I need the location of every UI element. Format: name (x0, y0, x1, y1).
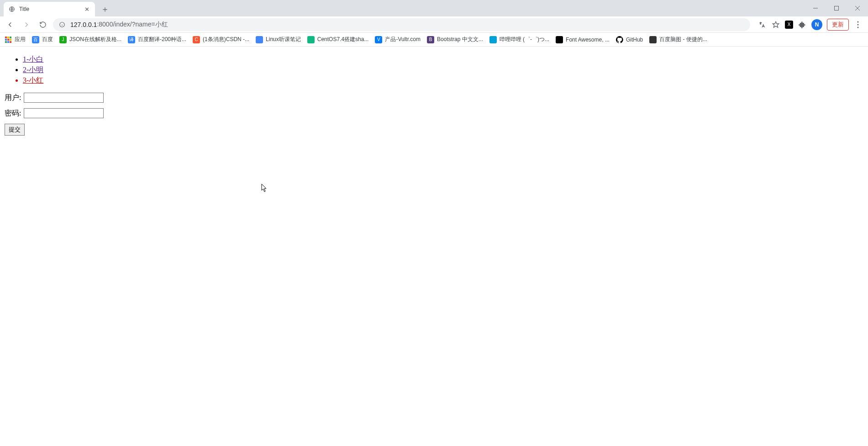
bookmark-label: GitHub (626, 37, 643, 43)
svg-point-9 (857, 21, 859, 22)
forward-button[interactable] (20, 18, 33, 31)
svg-rect-18 (5, 41, 7, 43)
user-label: 用户: (5, 93, 21, 103)
bookmark-label: Linux听课笔记 (266, 36, 301, 43)
svg-rect-17 (10, 39, 11, 41)
list-item: 2-小明 (23, 65, 863, 75)
bookmark-item[interactable]: 百百度 (32, 36, 53, 43)
globe-icon (8, 5, 16, 13)
bookmark-item[interactable]: V产品-Vultr.com (375, 36, 421, 43)
bookmark-label: Bootstrap 中文文... (437, 36, 483, 43)
bookmark-label: 百度脑图 - 便捷的... (659, 36, 707, 43)
profile-avatar[interactable]: N (811, 19, 822, 30)
bookmark-favicon-icon: B (427, 36, 434, 43)
bookmark-favicon-icon: C (193, 36, 200, 43)
reload-button[interactable] (37, 18, 49, 31)
back-button[interactable] (4, 18, 16, 31)
bookmark-item[interactable]: JJSON在线解析及格... (59, 36, 121, 43)
password-input[interactable] (24, 108, 104, 118)
list-item: 1-小白 (23, 55, 863, 64)
bookmark-label: CentOS7.4搭建sha... (317, 36, 369, 43)
bookmark-item[interactable]: BBootstrap 中文文... (427, 36, 483, 43)
bookmark-item[interactable]: 应用 (5, 36, 26, 43)
bookmark-favicon-icon (256, 36, 263, 43)
bookmark-label: 产品-Vultr.com (385, 36, 421, 43)
list-item: 3-小红 (23, 76, 863, 85)
bookmark-favicon-icon (649, 36, 657, 43)
bookmark-label: 应用 (15, 36, 26, 43)
bookmark-favicon-icon (616, 36, 623, 43)
svg-rect-16 (7, 39, 9, 41)
menu-icon[interactable] (853, 20, 863, 29)
bookmark-label: JSON在线解析及格... (69, 36, 121, 43)
page-link[interactable]: 1-小白 (23, 55, 43, 63)
svg-rect-15 (5, 39, 7, 41)
svg-rect-19 (7, 41, 9, 43)
translate-icon[interactable] (758, 20, 767, 29)
close-icon[interactable]: ✕ (83, 5, 90, 13)
minimize-icon[interactable] (805, 0, 826, 16)
toolbar: 127.0.0.1:8000/index/?name=小红 X N 更新 (0, 16, 868, 33)
bookmark-item[interactable]: 译百度翻译-200种语... (128, 36, 186, 43)
svg-point-11 (857, 26, 859, 28)
svg-rect-12 (5, 37, 7, 38)
bookmark-label: 百度翻译-200种语... (138, 36, 186, 43)
url-path: :8000/index/?name=小红 (97, 21, 168, 29)
bookmark-favicon-icon: V (375, 36, 382, 43)
tab-strip: Title ✕ ＋ (0, 0, 868, 16)
page-link[interactable]: 2-小明 (23, 66, 43, 73)
svg-rect-20 (10, 41, 11, 43)
site-info-icon[interactable] (58, 21, 66, 28)
bookmark-label: 百度 (42, 36, 53, 43)
page-link[interactable]: 3-小红 (23, 76, 43, 84)
bookmark-label: 哔哩哔哩 (゜-゜)つ... (500, 36, 549, 43)
link-list: 1-小白2-小明3-小红 (5, 55, 863, 85)
bookmark-favicon-icon: J (59, 36, 67, 43)
svg-rect-13 (7, 37, 9, 38)
bookmarks-bar: 应用百百度JJSON在线解析及格...译百度翻译-200种语...C(1条消息)… (0, 33, 868, 47)
extensions-icon[interactable] (798, 20, 807, 29)
password-label: 密码: (5, 109, 21, 118)
tab-title: Title (19, 6, 29, 12)
bookmark-item[interactable]: 哔哩哔哩 (゜-゜)つ... (489, 36, 549, 43)
bookmark-favicon-icon (5, 36, 12, 43)
browser-tab[interactable]: Title ✕ (4, 2, 95, 16)
bookmark-favicon-icon (489, 36, 497, 43)
address-bar[interactable]: 127.0.0.1:8000/index/?name=小红 (53, 18, 750, 31)
bookmark-item[interactable]: GitHub (616, 36, 643, 43)
cursor-icon (261, 184, 268, 193)
bookmark-favicon-icon (556, 36, 563, 43)
svg-rect-14 (10, 37, 11, 38)
bookmark-item[interactable]: 百度脑图 - 便捷的... (649, 36, 707, 43)
close-window-icon[interactable] (847, 0, 868, 16)
svg-marker-8 (773, 21, 779, 27)
svg-point-10 (857, 24, 859, 25)
star-icon[interactable] (771, 20, 780, 29)
bookmark-item[interactable]: Font Awesome, ... (556, 36, 610, 43)
user-input[interactable] (24, 93, 104, 103)
update-button[interactable]: 更新 (827, 19, 849, 31)
bookmark-item[interactable]: Linux听课笔记 (256, 36, 301, 43)
maximize-icon[interactable] (826, 0, 847, 16)
bookmark-favicon-icon: 译 (128, 36, 135, 43)
bookmark-label: (1条消息)CSDN -... (203, 36, 249, 43)
bookmark-label: Font Awesome, ... (566, 37, 610, 43)
bookmark-favicon-icon: 百 (32, 36, 39, 43)
submit-button[interactable]: 提交 (5, 124, 25, 136)
bookmark-item[interactable]: CentOS7.4搭建sha... (307, 36, 369, 43)
page-content: 1-小白2-小明3-小红 用户: 密码: 提交 (0, 47, 868, 146)
url-host: 127.0.0.1 (70, 21, 97, 28)
extension-icon[interactable]: X (785, 21, 793, 29)
svg-rect-2 (835, 6, 839, 10)
new-tab-button[interactable]: ＋ (100, 5, 110, 14)
bookmark-favicon-icon (307, 36, 315, 43)
bookmark-item[interactable]: C(1条消息)CSDN -... (193, 36, 249, 43)
